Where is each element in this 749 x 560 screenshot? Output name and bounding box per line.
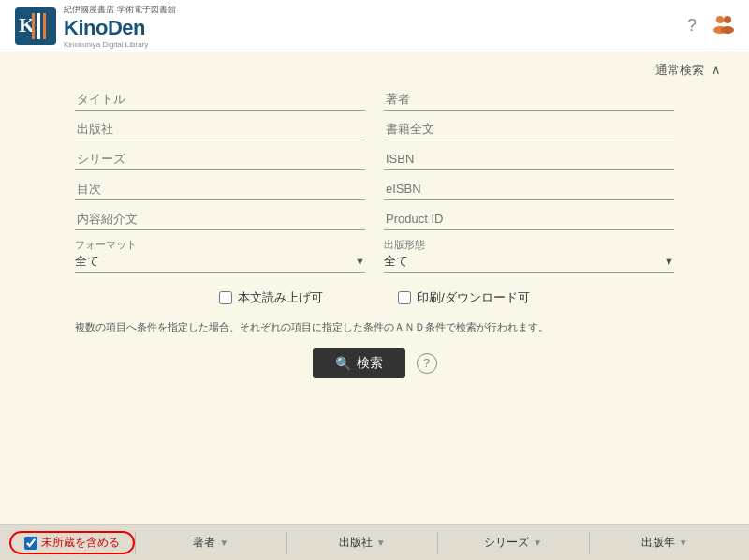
bottom-col-year[interactable]: 出版年 ▼ (590, 535, 741, 551)
logo-area: K 紀伊國屋書店 学術電子図書館 KinoDen Kinokuniya Digi… (15, 4, 176, 49)
publish-format-field: 出版形態 全て ▼ (384, 238, 674, 273)
notice-text: 複数の項目へ条件を指定した場合、それぞれの項目に指定した条件のＡＮＤ条件で検索が… (0, 314, 749, 341)
bottom-bar: 未所蔵を含める 著者 ▼ 出版社 ▼ シリーズ ▼ 出版年 ▼ (0, 524, 749, 560)
search-toggle-label: 通常検索 (655, 63, 704, 77)
bottom-col-publisher-arrow: ▼ (376, 538, 386, 548)
eisbn-field (384, 178, 674, 200)
title-input[interactable] (75, 88, 365, 111)
unowned-label: 未所蔵を含める (41, 535, 120, 551)
svg-point-8 (721, 26, 734, 34)
toc-input[interactable] (75, 178, 365, 200)
bottom-col-series-arrow: ▼ (533, 538, 542, 548)
publish-format-label: 出版形態 (384, 238, 674, 252)
svg-point-7 (724, 16, 731, 23)
search-button[interactable]: 🔍 検索 (313, 348, 405, 378)
bottom-col-author-arrow: ▼ (219, 538, 228, 548)
eisbn-input[interactable] (384, 178, 674, 200)
checkbox-row: 本文読み上げ可 印刷/ダウンロード可 (0, 289, 749, 306)
print-checkbox-label: 印刷/ダウンロード可 (417, 289, 530, 306)
format-select-wrap: 全て ▼ (75, 254, 365, 273)
series-input[interactable] (75, 148, 365, 170)
publish-format-select[interactable]: 全て (384, 254, 664, 268)
user-avatar-icon (712, 13, 734, 34)
search-toggle-caret: ∧ (712, 63, 721, 77)
isbn-input[interactable] (384, 148, 674, 170)
productid-input[interactable] (384, 208, 674, 230)
unowned-checkbox-item: 未所蔵を含める (15, 535, 129, 551)
search-btn-icon: 🔍 (335, 356, 351, 371)
productid-field (384, 208, 674, 230)
unowned-checkbox[interactable] (24, 537, 37, 550)
search-toggle[interactable]: 通常検索 ∧ (0, 62, 749, 79)
header: K 紀伊國屋書店 学術電子図書館 KinoDen Kinokuniya Digi… (0, 0, 749, 52)
search-btn-row: 🔍 検索 ? (0, 348, 749, 378)
logo-main: KinoDen (64, 16, 176, 40)
svg-rect-4 (43, 13, 46, 39)
help-icon[interactable]: ? (687, 16, 697, 36)
bottom-col-publisher-label: 出版社 (339, 535, 373, 551)
toc-field (75, 178, 365, 200)
main-content: 通常検索 ∧ (0, 52, 749, 524)
svg-rect-2 (32, 13, 35, 39)
publish-format-arrow-icon: ▼ (664, 256, 674, 267)
print-checkbox-item: 印刷/ダウンロード可 (398, 289, 530, 306)
bottom-col-year-label: 出版年 (641, 535, 675, 551)
isbn-field (384, 148, 674, 170)
fulltext-input[interactable] (384, 118, 674, 140)
publisher-input[interactable] (75, 118, 365, 140)
bottom-col-publisher[interactable]: 出版社 ▼ (287, 535, 438, 551)
bottom-col-author-label: 著者 (193, 535, 215, 551)
svg-point-5 (716, 16, 724, 23)
bottom-col-author[interactable]: 著者 ▼ (136, 535, 286, 551)
search-form: フォーマット 全て ▼ 出版形態 全て ▼ (0, 88, 749, 282)
svg-rect-3 (37, 13, 40, 39)
search-btn-label: 検索 (357, 355, 383, 372)
format-row: フォーマット 全て ▼ 出版形態 全て ▼ (75, 238, 674, 273)
author-input[interactable] (384, 88, 674, 111)
user-icon[interactable] (712, 13, 734, 38)
audio-checkbox[interactable] (219, 291, 232, 304)
search-row-4 (75, 178, 674, 200)
search-row-5 (75, 208, 674, 230)
logo-subtext: 紀伊國屋書店 学術電子図書館 (64, 4, 176, 16)
format-field: フォーマット 全て ▼ (75, 238, 365, 273)
search-row-2 (75, 118, 674, 140)
header-icons: ? (687, 13, 734, 38)
bottom-col-series[interactable]: シリーズ ▼ (438, 535, 589, 551)
fulltext-field (384, 118, 674, 140)
logo-text-area: 紀伊國屋書店 学術電子図書館 KinoDen Kinokuniya Digita… (64, 4, 176, 49)
bottom-col-year-arrow: ▼ (679, 538, 688, 548)
logo-sub2: Kinokuniya Digital Library (64, 40, 176, 49)
search-row-1 (75, 88, 674, 111)
bottom-col-series-label: シリーズ (484, 535, 529, 551)
publisher-field (75, 118, 365, 140)
search-help-icon[interactable]: ? (417, 353, 437, 374)
audio-checkbox-item: 本文読み上げ可 (219, 289, 323, 306)
description-input[interactable] (75, 208, 365, 230)
kinoden-logo-icon: K (15, 7, 56, 45)
publish-format-select-wrap: 全て ▼ (384, 254, 674, 273)
unowned-oval: 未所蔵を含める (9, 531, 135, 554)
format-select[interactable]: 全て (75, 254, 355, 268)
description-field (75, 208, 365, 230)
author-field (384, 88, 674, 111)
print-checkbox[interactable] (398, 291, 411, 304)
search-row-3 (75, 148, 674, 170)
audio-checkbox-label: 本文読み上げ可 (238, 289, 323, 306)
format-arrow-icon: ▼ (355, 256, 365, 267)
format-label: フォーマット (75, 238, 365, 252)
series-field (75, 148, 365, 170)
title-field (75, 88, 365, 111)
